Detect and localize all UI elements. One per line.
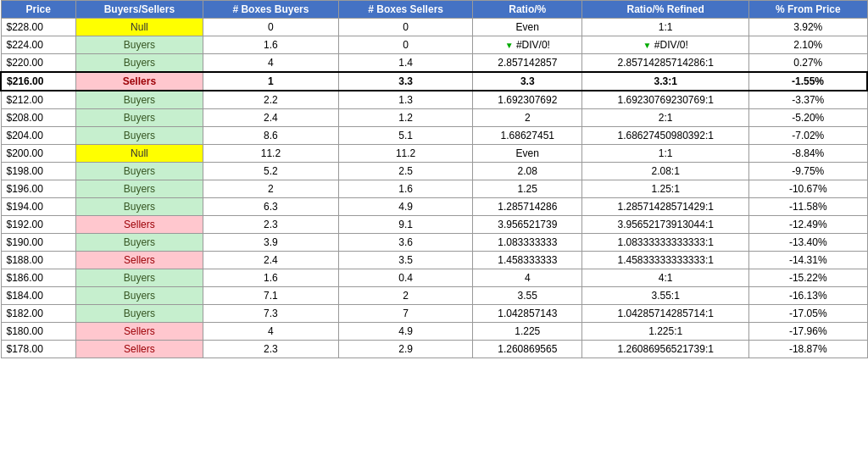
box-sellers-cell: 11.2 <box>339 145 473 163</box>
ratio-cell: 1.692307692 <box>473 91 582 109</box>
from-price-cell: -3.37% <box>748 91 867 109</box>
box-buyers-cell: 5.2 <box>203 163 338 180</box>
box-sellers-cell: 7 <box>339 305 473 323</box>
ratio-cell: 3.3 <box>473 72 582 91</box>
ratio-refined-cell: 3.55:1 <box>582 287 749 305</box>
ratio-refined-cell: 1.26086956521739:1 <box>582 341 749 358</box>
from-price-cell: 0.27% <box>748 54 867 73</box>
bs-cell: Null <box>75 145 203 163</box>
price-cell: $200.00 <box>1 145 75 163</box>
ratio-refined-cell: 2.85714285714286:1 <box>582 54 749 73</box>
ratio-cell: 4 <box>473 269 582 287</box>
ratio-refined-cell: 1:1 <box>582 145 749 163</box>
price-cell: $196.00 <box>1 180 75 198</box>
ratio-refined-cell: 1.69230769230769:1 <box>582 91 749 109</box>
box-buyers-cell: 3.9 <box>203 234 338 252</box>
price-cell: $192.00 <box>1 216 75 234</box>
from-price-cell: -18.87% <box>748 341 867 358</box>
box-sellers-cell: 0 <box>339 19 473 36</box>
market-data-table: PriceBuyers/Sellers# Boxes Buyers# Boxes… <box>0 0 868 358</box>
bs-cell: Buyers <box>75 305 203 323</box>
box-buyers-cell: 7.3 <box>203 305 338 323</box>
column-header: # Boxes Buyers <box>203 1 338 19</box>
ratio-cell: 1.68627451 <box>473 127 582 145</box>
box-sellers-cell: 4.9 <box>339 198 473 216</box>
box-sellers-cell: 0 <box>339 36 473 54</box>
from-price-cell: -11.58% <box>748 198 867 216</box>
from-price-cell: -10.67% <box>748 180 867 198</box>
from-price-cell: -17.96% <box>748 323 867 341</box>
ratio-cell: 1.042857143 <box>473 305 582 323</box>
box-buyers-cell: 2 <box>203 180 338 198</box>
ratio-cell: 2.857142857 <box>473 54 582 73</box>
ratio-cell: 1.25 <box>473 180 582 198</box>
bs-cell: Buyers <box>75 54 203 73</box>
bs-cell: Buyers <box>75 109 203 127</box>
ratio-refined-cell: 3.3:1 <box>582 72 749 91</box>
price-cell: $188.00 <box>1 252 75 269</box>
box-sellers-cell: 9.1 <box>339 216 473 234</box>
column-header: % From Price <box>748 1 867 19</box>
ratio-refined-cell: ▼ #DIV/0! <box>582 36 749 54</box>
from-price-cell: -15.22% <box>748 269 867 287</box>
price-cell: $180.00 <box>1 323 75 341</box>
ratio-cell: 3.55 <box>473 287 582 305</box>
bs-cell: Buyers <box>75 180 203 198</box>
box-sellers-cell: 2.9 <box>339 341 473 358</box>
bs-cell: Buyers <box>75 234 203 252</box>
price-cell: $178.00 <box>1 341 75 358</box>
price-cell: $216.00 <box>1 72 75 91</box>
box-sellers-cell: 2 <box>339 287 473 305</box>
box-sellers-cell: 1.4 <box>339 54 473 73</box>
box-sellers-cell: 3.3 <box>339 72 473 91</box>
price-cell: $186.00 <box>1 269 75 287</box>
ratio-cell: 1.285714286 <box>473 198 582 216</box>
ratio-refined-cell: 2:1 <box>582 109 749 127</box>
ratio-refined-cell: 2.08:1 <box>582 163 749 180</box>
ratio-refined-cell: 3.95652173913044:1 <box>582 216 749 234</box>
box-sellers-cell: 3.6 <box>339 234 473 252</box>
box-buyers-cell: 2.3 <box>203 341 338 358</box>
from-price-cell: -8.84% <box>748 145 867 163</box>
box-buyers-cell: 0 <box>203 19 338 36</box>
bs-cell: Sellers <box>75 72 203 91</box>
price-cell: $184.00 <box>1 287 75 305</box>
box-buyers-cell: 1.6 <box>203 36 338 54</box>
from-price-cell: 2.10% <box>748 36 867 54</box>
box-buyers-cell: 1.6 <box>203 269 338 287</box>
from-price-cell: -9.75% <box>748 163 867 180</box>
ratio-cell: 1.225 <box>473 323 582 341</box>
price-cell: $182.00 <box>1 305 75 323</box>
ratio-refined-cell: 1.08333333333333:1 <box>582 234 749 252</box>
from-price-cell: 3.92% <box>748 19 867 36</box>
ratio-refined-cell: 1.04285714285714:1 <box>582 305 749 323</box>
from-price-cell: -5.20% <box>748 109 867 127</box>
column-header: Ratio/% <box>473 1 582 19</box>
column-header: Price <box>1 1 75 19</box>
from-price-cell: -1.55% <box>748 72 867 91</box>
box-sellers-cell: 0.4 <box>339 269 473 287</box>
price-cell: $212.00 <box>1 91 75 109</box>
box-buyers-cell: 11.2 <box>203 145 338 163</box>
bs-cell: Buyers <box>75 198 203 216</box>
ratio-refined-cell: 1.28571428571429:1 <box>582 198 749 216</box>
from-price-cell: -17.05% <box>748 305 867 323</box>
box-buyers-cell: 6.3 <box>203 198 338 216</box>
box-buyers-cell: 4 <box>203 323 338 341</box>
ratio-refined-cell: 1.25:1 <box>582 180 749 198</box>
box-buyers-cell: 2.4 <box>203 252 338 269</box>
ratio-cell: 2 <box>473 109 582 127</box>
bs-cell: Buyers <box>75 269 203 287</box>
from-price-cell: -12.49% <box>748 216 867 234</box>
box-buyers-cell: 2.2 <box>203 91 338 109</box>
box-buyers-cell: 2.4 <box>203 109 338 127</box>
box-sellers-cell: 2.5 <box>339 163 473 180</box>
from-price-cell: -16.13% <box>748 287 867 305</box>
from-price-cell: -14.31% <box>748 252 867 269</box>
box-buyers-cell: 1 <box>203 72 338 91</box>
ratio-cell: Even <box>473 19 582 36</box>
bs-cell: Buyers <box>75 127 203 145</box>
column-header: Buyers/Sellers <box>75 1 203 19</box>
price-cell: $208.00 <box>1 109 75 127</box>
from-price-cell: -7.02% <box>748 127 867 145</box>
